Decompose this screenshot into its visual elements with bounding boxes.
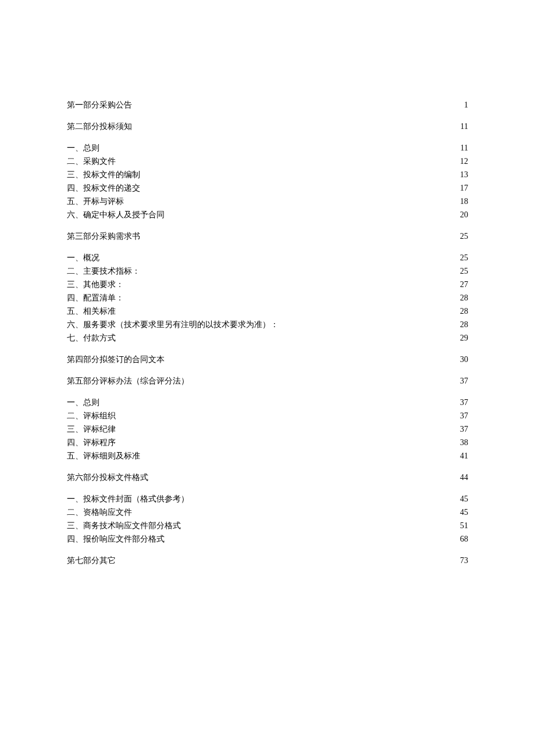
toc-gap <box>67 134 468 142</box>
toc-sub-entry: 五、相关标准28 <box>67 305 468 317</box>
toc-entry-label: 第六部分投标文件格式 <box>67 471 148 483</box>
toc-sub-entry: 四、投标文件的递交17 <box>67 182 468 194</box>
toc-entry-page: 29 <box>456 332 468 344</box>
toc-entry-label: 二、资格响应文件 <box>67 506 132 518</box>
toc-entry-label: 第四部分拟签订的合同文本 <box>67 353 165 366</box>
toc-sub-entry: 三、其他要求：27 <box>67 278 468 291</box>
toc-main-entry: 第三部分采购需求书25 <box>67 230 468 242</box>
toc-main-entry: 第五部分评标办法（综合评分法）37 <box>67 375 468 387</box>
toc-entry-label: 五、评标细则及标准 <box>67 450 140 462</box>
toc-gap <box>67 345 468 353</box>
toc-entry-label: 第三部分采购需求书 <box>67 230 140 242</box>
toc-main-entry: 第一部分采购公告1 <box>67 99 468 111</box>
toc-entry-page: 73 <box>456 554 468 567</box>
toc-entry-label: 三、商务技术响应文件部分格式 <box>67 519 181 532</box>
toc-entry-page: 51 <box>456 519 468 532</box>
toc-entry-page: 17 <box>456 182 468 194</box>
toc-main-entry: 第六部分投标文件格式44 <box>67 471 468 483</box>
toc-entry-page: 27 <box>456 278 468 291</box>
toc-sub-entry: 一、概况25 <box>67 252 468 264</box>
toc-sub-entry: 四、配置清单：28 <box>67 292 468 304</box>
toc-entry-page: 30 <box>456 353 468 366</box>
toc-entry-page: 25 <box>456 265 468 277</box>
toc-sub-entry: 六、服务要求（技术要求里另有注明的以技术要求为准）：28 <box>67 318 468 331</box>
toc-sub-entry: 七、付款方式29 <box>67 332 468 344</box>
toc-sub-entry: 二、采购文件12 <box>67 155 468 167</box>
toc-sub-entry: 二、评标组织37 <box>67 410 468 422</box>
toc-entry-page: 37 <box>456 423 468 435</box>
toc-entry-page: 37 <box>456 375 468 387</box>
toc-entry-label: 五、开标与评标 <box>67 195 124 207</box>
toc-entry-label: 四、评标程序 <box>67 436 116 449</box>
toc-entry-page: 1 <box>456 99 468 111</box>
toc-entry-label: 三、其他要求： <box>67 278 124 291</box>
toc-entry-label: 一、总则 <box>67 396 99 409</box>
toc-entry-page: 11 <box>456 142 468 154</box>
toc-sub-entry: 四、评标程序38 <box>67 436 468 449</box>
toc-entry-page: 12 <box>456 155 468 167</box>
toc-entry-label: 第一部分采购公告 <box>67 99 132 111</box>
toc-entry-page: 37 <box>456 396 468 409</box>
toc-entry-label: 六、确定中标人及授予合同 <box>67 209 165 221</box>
toc-gap <box>67 485 468 493</box>
toc-sub-entry: 一、总则37 <box>67 396 468 409</box>
toc-sub-entry: 三、商务技术响应文件部分格式51 <box>67 519 468 532</box>
toc-entry-page: 18 <box>456 195 468 207</box>
toc-entry-page: 11 <box>456 120 468 132</box>
toc-entry-page: 28 <box>456 305 468 317</box>
toc-entry-label: 七、付款方式 <box>67 332 116 344</box>
toc-entry-label: 第二部分投标须知 <box>67 120 132 132</box>
toc-entry-page: 25 <box>456 252 468 264</box>
toc-sub-entry: 四、报价响应文件部分格式68 <box>67 533 468 545</box>
toc-entry-page: 37 <box>456 410 468 422</box>
toc-entry-label: 第七部分其它 <box>67 554 116 567</box>
toc-entry-page: 28 <box>456 292 468 304</box>
toc-main-entry: 第四部分拟签订的合同文本30 <box>67 353 468 366</box>
toc-sub-entry: 六、确定中标人及授予合同20 <box>67 209 468 221</box>
toc-entry-page: 41 <box>456 450 468 462</box>
toc-sub-entry: 二、资格响应文件45 <box>67 506 468 518</box>
toc-entry-label: 第五部分评标办法（综合评分法） <box>67 375 189 387</box>
toc-entry-label: 五、相关标准 <box>67 305 116 317</box>
toc-entry-page: 25 <box>456 230 468 242</box>
toc-main-entry: 第七部分其它73 <box>67 554 468 567</box>
toc-entry-label: 四、投标文件的递交 <box>67 182 140 194</box>
toc-sub-entry: 二、主要技术指标：25 <box>67 265 468 277</box>
toc-entry-label: 三、评标纪律 <box>67 423 116 435</box>
toc-entry-label: 一、投标文件封面（格式供参考） <box>67 493 189 505</box>
toc-entry-page: 45 <box>456 506 468 518</box>
toc-entry-page: 13 <box>456 169 468 181</box>
toc-entry-label: 四、报价响应文件部分格式 <box>67 533 165 545</box>
toc-entry-page: 20 <box>456 209 468 221</box>
toc-gap <box>67 243 468 252</box>
toc-entry-page: 68 <box>456 533 468 545</box>
toc-entry-page: 44 <box>456 471 468 483</box>
toc-entry-label: 二、采购文件 <box>67 155 116 167</box>
toc-gap <box>67 367 468 375</box>
toc-sub-entry: 三、评标纪律37 <box>67 423 468 435</box>
toc-gap <box>67 112 468 120</box>
toc-gap <box>67 546 468 554</box>
toc-entry-page: 45 <box>456 493 468 505</box>
toc-sub-entry: 一、总则11 <box>67 142 468 154</box>
toc-sub-entry: 五、评标细则及标准41 <box>67 450 468 462</box>
toc-entry-label: 六、服务要求（技术要求里另有注明的以技术要求为准）： <box>67 318 279 331</box>
toc-entry-label: 一、总则 <box>67 142 99 154</box>
table-of-contents: 第一部分采购公告1第二部分投标须知11一、总则11二、采购文件12三、投标文件的… <box>67 99 468 567</box>
toc-entry-page: 28 <box>456 318 468 331</box>
toc-entry-label: 三、投标文件的编制 <box>67 169 140 181</box>
toc-gap <box>67 388 468 396</box>
toc-entry-label: 四、配置清单： <box>67 292 124 304</box>
toc-gap <box>67 222 468 230</box>
toc-entry-page: 38 <box>456 436 468 449</box>
toc-sub-entry: 三、投标文件的编制13 <box>67 169 468 181</box>
toc-gap <box>67 463 468 471</box>
toc-sub-entry: 五、开标与评标18 <box>67 195 468 207</box>
toc-main-entry: 第二部分投标须知11 <box>67 120 468 132</box>
toc-sub-entry: 一、投标文件封面（格式供参考）45 <box>67 493 468 505</box>
toc-entry-label: 一、概况 <box>67 252 99 264</box>
toc-entry-label: 二、评标组织 <box>67 410 116 422</box>
toc-entry-label: 二、主要技术指标： <box>67 265 140 277</box>
